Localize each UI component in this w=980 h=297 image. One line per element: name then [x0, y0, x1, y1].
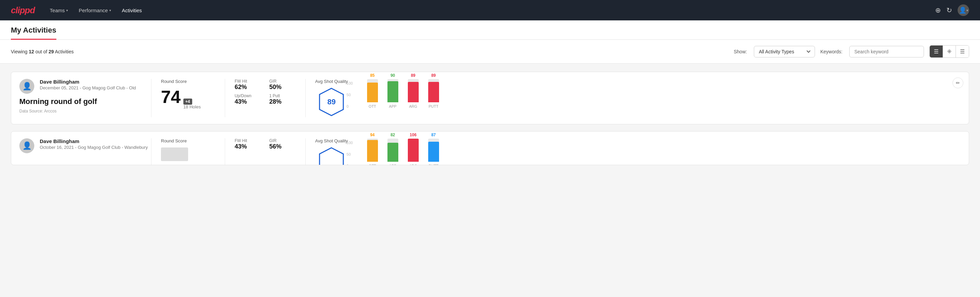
round-score-label-2: Round Score [161, 138, 215, 144]
bar-app-outer [387, 79, 398, 102]
gir-value: 50% [269, 84, 296, 91]
quality-left-2: Avg Shot Quality [315, 138, 348, 165]
score-badge: +4 [183, 99, 192, 105]
bar-putt-value: 89 [431, 73, 436, 78]
avg-shot-quality-section-2: Avg Shot Quality 100 50 0 [308, 138, 961, 165]
gir-value-2: 56% [269, 143, 296, 150]
teams-chevron-icon: ▾ [66, 8, 68, 12]
nav-links: Teams ▾ Performance ▾ Activities [46, 5, 924, 16]
divider [151, 79, 151, 117]
score-details: +4 18 Holes [183, 98, 201, 109]
card-main: 👤 Dave Billingham December 05, 2021 - Go… [19, 79, 961, 117]
fw-hit-value-2: 43% [235, 143, 261, 150]
quality-label: Avg Shot Quality [315, 79, 348, 84]
bar-arg-inner [408, 82, 419, 102]
nav-right: ⊕ ↻ 👤 ▾ [935, 5, 969, 16]
user-name: Dave Billingham [40, 79, 148, 85]
stat-grid-2: FW Hit 43% GIR 56% [228, 138, 302, 150]
bar2-arg-label: ARG [409, 164, 417, 166]
bar2-app: 82 APP [387, 133, 398, 166]
bar-arg-outer [408, 79, 419, 102]
keywords-label: Keywords: [820, 49, 843, 54]
score-display: 74 +4 18 Holes [161, 88, 215, 109]
bar-ott-value: 85 [370, 73, 375, 78]
stat-grid: FW Hit 62% GIR 50% Up/Down 43% 1 Putt 28… [228, 79, 302, 105]
fw-hit-stat: FW Hit 62% [235, 79, 261, 91]
edit-button[interactable]: ✏ [953, 77, 963, 88]
divider-c2-1 [151, 138, 151, 165]
bar-putt-label: PUTT [428, 104, 438, 109]
updown-label: Up/Down [235, 93, 261, 98]
bar-ott-label: OTT [369, 104, 376, 109]
card-user-info: Dave Billingham December 05, 2021 - Gog … [40, 79, 148, 90]
compact-view-button[interactable]: ☰ [956, 46, 969, 57]
bar2-arg-value: 106 [410, 133, 417, 137]
user-avatar-icon: 👤 [22, 82, 32, 91]
updown-stat: Up/Down 43% [235, 93, 261, 105]
page-title: My Activities [11, 26, 56, 40]
gir-stat: GIR 50% [269, 79, 296, 91]
hex-container-2 [316, 146, 347, 165]
bar-app-label: APP [389, 104, 397, 109]
round-score-block-2: Round Score [154, 138, 222, 161]
avatar[interactable]: 👤 ▾ [958, 5, 969, 16]
bar-ott-outer [367, 79, 378, 102]
date-course: December 05, 2021 - Gog Magog Golf Club … [40, 85, 148, 90]
logo: clippd [11, 5, 35, 16]
divider-c2-2 [225, 138, 225, 165]
add-icon[interactable]: ⊕ [935, 6, 941, 14]
avg-shot-quality-section: Avg Shot Quality 89 100 50 [308, 79, 961, 117]
avatar-icon: 👤 [959, 6, 966, 14]
activity-card: ✏ 👤 Dave Billingham December 05, 2021 - … [11, 72, 969, 125]
grid-view-button[interactable]: ⁜ [943, 46, 956, 57]
page-header: My Activities [0, 21, 980, 40]
quality-left: Avg Shot Quality 89 [315, 79, 348, 117]
fw-hit-label: FW Hit [235, 79, 261, 84]
bar-app: 90 APP [387, 73, 398, 109]
activity-card-2: 👤 Dave Billingham October 16, 2021 - Gog… [11, 131, 969, 165]
fw-hit-value: 62% [235, 84, 261, 91]
nav-performance[interactable]: Performance ▾ [75, 5, 115, 16]
y-axis-labels-2: 100 50 0 [347, 141, 353, 166]
performance-chevron-icon: ▾ [109, 8, 111, 12]
bar2-putt-label: PUTT [428, 164, 438, 166]
avatar-chevron-icon: ▾ [966, 8, 968, 12]
activities-content: ✏ 👤 Dave Billingham December 05, 2021 - … [0, 64, 980, 180]
bar-arg-label: ARG [409, 104, 417, 109]
y-axis-labels: 100 50 0 [347, 81, 353, 109]
user-name-2: Dave Billingham [40, 138, 148, 144]
round-score-block: Round Score 74 +4 18 Holes [154, 79, 222, 109]
card-left-section: 👤 Dave Billingham December 05, 2021 - Go… [19, 79, 148, 113]
filter-row: Viewing 12 out of 29 Activities Show: Al… [0, 40, 980, 64]
chart-container: 100 50 0 85 OTT 90 [356, 81, 439, 115]
bar2-arg: 106 ARG [408, 133, 419, 166]
svg-marker-1 [320, 148, 343, 165]
date-course-2: October 16, 2021 - Gog Magog Golf Club -… [40, 145, 148, 150]
bar2-ott-value: 94 [370, 133, 375, 137]
activity-title: Morning round of golf [19, 97, 148, 106]
user-avatar: 👤 [19, 79, 34, 94]
bar-putt: 89 PUTT [428, 73, 439, 109]
list-view-button[interactable]: ☰ [930, 46, 943, 57]
nav-teams[interactable]: Teams ▾ [46, 5, 72, 16]
divider-2 [225, 79, 225, 117]
nav-activities[interactable]: Activities [118, 5, 146, 16]
hexagon-wrap: 89 [315, 87, 348, 117]
activity-type-select[interactable]: All Activity Types [754, 46, 815, 57]
search-input[interactable] [849, 46, 924, 57]
divider-c2-3 [305, 138, 305, 165]
bar2-ott-label: OTT [369, 164, 376, 166]
gir-label: GIR [269, 79, 296, 84]
bar2-ott: 94 OTT [367, 133, 378, 166]
divider-3 [305, 79, 305, 117]
quality-label-2: Avg Shot Quality [315, 138, 348, 144]
card-user-info-2: Dave Billingham October 16, 2021 - Gog M… [40, 138, 148, 150]
user-avatar-icon-2: 👤 [22, 141, 32, 150]
hexagon-wrap-2 [315, 146, 348, 165]
chart-container-2: 100 50 0 94 OTT 82 [356, 141, 439, 166]
bar-ott-inner [367, 83, 378, 102]
score-placeholder [161, 147, 188, 161]
refresh-icon[interactable]: ↻ [947, 6, 952, 14]
hex-container: 89 [316, 87, 347, 117]
bar-arg: 89 ARG [408, 73, 419, 109]
